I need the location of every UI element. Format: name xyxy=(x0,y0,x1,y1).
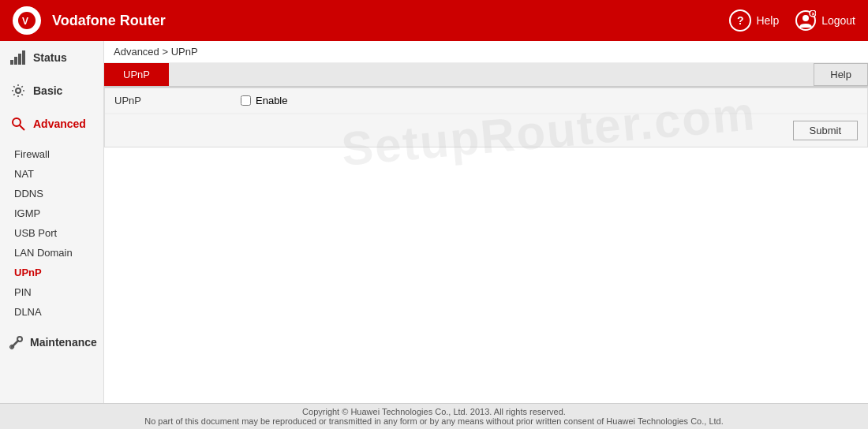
wrench-icon xyxy=(9,334,24,351)
sidebar-item-advanced[interactable]: Advanced xyxy=(0,107,103,140)
sidebar-item-igmp[interactable]: IGMP xyxy=(0,203,103,223)
signal-icon xyxy=(9,49,27,66)
sidebar-item-pin[interactable]: PIN xyxy=(0,282,103,302)
advanced-submenu: Firewall NAT DDNS IGMP USB Port LAN Doma… xyxy=(0,140,103,326)
svg-text:✕: ✕ xyxy=(811,12,815,17)
tab-upnp[interactable]: UPnP xyxy=(104,63,169,86)
sidebar-status-label: Status xyxy=(33,51,67,64)
sidebar: Status Basic Advanced xyxy=(0,41,104,429)
sidebar-item-status[interactable]: Status xyxy=(0,41,103,74)
help-tab-button[interactable]: Help xyxy=(814,63,868,86)
svg-point-3 xyxy=(803,15,809,21)
svg-rect-6 xyxy=(10,60,13,65)
sidebar-maintenance-label: Maintenance xyxy=(30,336,97,349)
sidebar-item-basic[interactable]: Basic xyxy=(0,74,103,107)
sidebar-item-lan-domain[interactable]: LAN Domain xyxy=(0,243,103,263)
upnp-form-row: UPnP Enable xyxy=(105,88,867,114)
content-inner: Advanced > UPnP SetupRouter.com UPnP Hel… xyxy=(104,41,868,147)
svg-rect-8 xyxy=(18,54,21,65)
logout-button[interactable]: ✕ Logout xyxy=(795,9,855,32)
footer-line1: Copyright © Huawei Technologies Co., Ltd… xyxy=(3,407,865,416)
help-button[interactable]: ? Help xyxy=(729,9,779,32)
upnp-enable-checkbox[interactable] xyxy=(241,95,251,106)
sidebar-item-dlna[interactable]: DLNA xyxy=(0,302,103,322)
tabs-bar: UPnP Help xyxy=(104,63,868,88)
breadcrumb: Advanced > UPnP xyxy=(104,41,868,63)
vodafone-logo: V xyxy=(13,6,41,35)
help-icon: ? xyxy=(729,9,751,32)
content-area: Advanced > UPnP SetupRouter.com UPnP Hel… xyxy=(104,41,868,429)
svg-rect-9 xyxy=(22,50,25,65)
sidebar-item-nat[interactable]: NAT xyxy=(0,164,103,184)
svg-point-14 xyxy=(17,337,22,341)
sidebar-item-ddns[interactable]: DDNS xyxy=(0,184,103,203)
help-label: Help xyxy=(756,14,779,27)
submit-row: Submit xyxy=(105,114,867,147)
sidebar-item-usb-port[interactable]: USB Port xyxy=(0,223,103,243)
search-icon xyxy=(9,115,27,132)
logout-label: Logout xyxy=(821,14,855,27)
upnp-enable-field: Enable xyxy=(241,95,287,106)
sidebar-item-upnp[interactable]: UPnP xyxy=(0,263,103,282)
header: V Vodafone Router ? Help ✕ Logout xyxy=(0,0,868,41)
upnp-field-label: UPnP xyxy=(114,95,241,106)
sidebar-item-firewall[interactable]: Firewall xyxy=(0,144,103,164)
logout-icon: ✕ xyxy=(795,9,817,32)
main-container: Status Basic Advanced xyxy=(0,41,868,429)
app-title: Vodafone Router xyxy=(52,13,166,29)
sidebar-basic-label: Basic xyxy=(33,84,62,97)
svg-point-11 xyxy=(13,118,21,126)
svg-rect-7 xyxy=(14,57,17,65)
enable-label[interactable]: Enable xyxy=(256,95,287,106)
header-actions: ? Help ✕ Logout xyxy=(729,9,855,32)
sidebar-advanced-label: Advanced xyxy=(33,118,86,130)
svg-text:V: V xyxy=(22,16,28,27)
submit-button[interactable]: Submit xyxy=(793,121,858,140)
svg-line-12 xyxy=(20,125,24,130)
footer: Copyright © Huawei Technologies Co., Ltd… xyxy=(0,403,868,429)
sidebar-item-maintenance[interactable]: Maintenance xyxy=(0,326,103,359)
footer-line2: No part of this document may be reproduc… xyxy=(3,416,865,426)
svg-point-10 xyxy=(16,88,21,93)
gear-icon xyxy=(9,82,27,99)
